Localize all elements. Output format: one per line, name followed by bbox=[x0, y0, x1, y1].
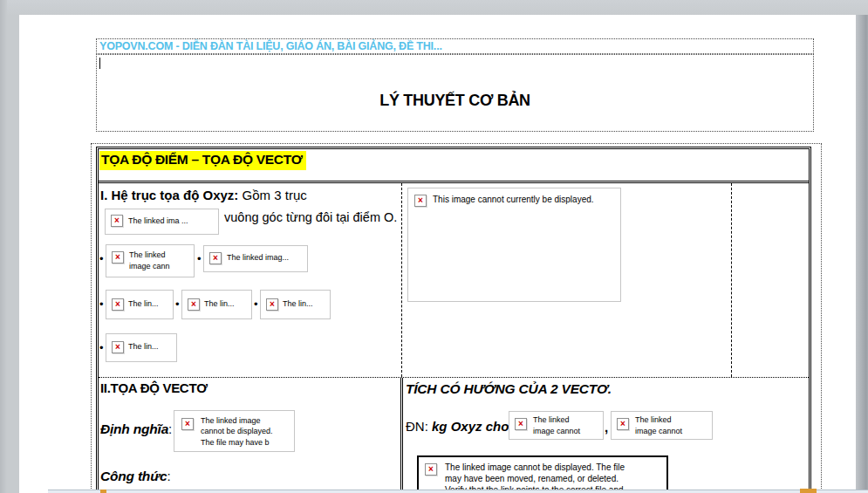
broken-image-icon: × bbox=[266, 298, 278, 311]
broken-image-placeholder[interactable]: × The linked imag... bbox=[203, 245, 308, 272]
placeholder-text: The lin... bbox=[204, 299, 235, 310]
horizontal-scrollbar[interactable] bbox=[48, 490, 868, 493]
broken-image-placeholder[interactable]: × The lin... bbox=[181, 290, 252, 319]
site-header-frame: YOPOVN.COM - DIỄN ĐÀN TÀI LIỆU, GIÁO ÁN,… bbox=[96, 38, 814, 54]
broken-image-icon: × bbox=[112, 298, 124, 311]
bullet: • bbox=[197, 255, 202, 264]
dn-line: ĐN: kg Oxyz cho bbox=[406, 419, 509, 434]
dn-bold: kg Oxyz cho bbox=[432, 419, 509, 434]
broken-image-placeholder[interactable]: × The linked image cann bbox=[106, 244, 195, 277]
bullet: • bbox=[99, 255, 104, 264]
bullet: • bbox=[99, 344, 104, 353]
scrollbar-thumb[interactable] bbox=[800, 489, 817, 493]
placeholder-text: cannot be displayed. bbox=[201, 427, 273, 437]
placeholder-text: The linked bbox=[635, 415, 672, 426]
broken-image-placeholder[interactable]: × The linked image cannot bbox=[509, 411, 604, 440]
broken-image-icon: × bbox=[515, 418, 527, 430]
section1-heading-bold: I. Hệ trục tọa độ Oxyz: bbox=[100, 188, 238, 202]
window-left-edge bbox=[0, 0, 7, 493]
section1-heading-normal: Gồm 3 trục bbox=[243, 188, 307, 202]
page-right-margin bbox=[856, 15, 868, 493]
placeholder-text: The linked imag... bbox=[227, 253, 289, 264]
broken-image-placeholder[interactable]: × The linked image cannot be displayed. … bbox=[174, 410, 295, 452]
column-divider bbox=[401, 183, 402, 377]
broken-image-icon: × bbox=[188, 298, 200, 311]
broken-image-placeholder[interactable]: × The lin... bbox=[106, 333, 177, 362]
bullet: • bbox=[254, 300, 258, 309]
placeholder-text: The linked bbox=[533, 415, 570, 426]
column-divider bbox=[400, 378, 403, 493]
placeholder-text: The linked image bbox=[201, 416, 261, 427]
placeholder-text: This image cannot currently be displayed… bbox=[433, 195, 594, 206]
broken-image-icon: × bbox=[112, 341, 124, 353]
placeholder-text: The linked bbox=[129, 250, 166, 261]
section3-heading: TÍCH CÓ HƯỚNG CỦA 2 VECTƠ. bbox=[406, 381, 612, 397]
placeholder-text: The lin... bbox=[128, 299, 159, 310]
placeholder-text: The linked image cannot be displayed. Th… bbox=[445, 462, 625, 474]
broken-image-placeholder-bordered[interactable]: × The linked image cannot be displayed. … bbox=[417, 455, 668, 493]
placeholder-text: The linked ima ... bbox=[128, 216, 188, 227]
bullet: • bbox=[175, 300, 180, 309]
text-cursor bbox=[99, 58, 100, 69]
broken-image-icon: × bbox=[181, 418, 194, 430]
broken-image-icon: × bbox=[111, 215, 123, 227]
site-header-text: YOPOVN.COM - DIỄN ĐÀN TÀI LIỆU, GIÁO ÁN,… bbox=[99, 40, 442, 52]
section2-heading: II.TỌA ĐỘ VECTƠ bbox=[100, 380, 208, 395]
dinh-nghia-label: Định nghĩa: bbox=[100, 421, 172, 437]
cong-thuc-label: Công thức: bbox=[100, 469, 171, 484]
placeholder-text: image cannot bbox=[635, 427, 682, 437]
title-frame[interactable]: LÝ THUYẾT CƠ BẢN bbox=[96, 54, 814, 132]
bullet: • bbox=[99, 300, 104, 309]
broken-image-placeholder[interactable]: × The linked ima ... bbox=[105, 209, 219, 235]
placeholder-text: The lin... bbox=[128, 342, 159, 353]
broken-image-placeholder[interactable]: × The lin... bbox=[260, 290, 331, 319]
column-divider-2 bbox=[731, 183, 732, 377]
placeholder-text: The file may have b bbox=[201, 438, 270, 448]
scrollbar-marker[interactable] bbox=[100, 490, 106, 493]
broken-image-placeholder[interactable]: × The linked image cannot bbox=[611, 411, 713, 440]
broken-image-placeholder-large[interactable]: × This image cannot currently be display… bbox=[407, 188, 621, 302]
table-row-section2: II.TỌA ĐỘ VECTƠ Định nghĩa: × The linked… bbox=[99, 378, 809, 493]
application-canvas: YOPOVN.COM - DIỄN ĐÀN TÀI LIỆU, GIÁO ÁN,… bbox=[0, 0, 868, 493]
broken-image-placeholder[interactable]: × The lin... bbox=[106, 290, 174, 319]
section1-line2: vuông góc từng đôi tại điểm O. bbox=[224, 210, 397, 224]
placeholder-text: The lin... bbox=[283, 299, 313, 310]
dn-label: ĐN: bbox=[406, 419, 432, 434]
placeholder-text: image cann bbox=[129, 262, 170, 272]
section1-heading: I. Hệ trục tọa độ Oxyz: Gồm 3 trục bbox=[100, 188, 307, 202]
content-table: TỌA ĐỘ ĐIỂM – TỌA ĐỘ VECTƠ I. Hệ trục tọ… bbox=[96, 147, 811, 493]
broken-image-icon: × bbox=[209, 252, 222, 264]
broken-image-icon: × bbox=[414, 195, 427, 207]
table-header-title: TỌA ĐỘ ĐIỂM – TỌA ĐỘ VECTƠ bbox=[99, 151, 306, 170]
placeholder-text: may have been moved, renamed, or deleted… bbox=[445, 474, 619, 485]
placeholder-text: image cannot bbox=[533, 427, 580, 437]
document-title: LÝ THUYẾT CƠ BẢN bbox=[97, 92, 813, 110]
table-row-section1: I. Hệ trục tọa độ Oxyz: Gồm 3 trục × The… bbox=[99, 183, 809, 378]
broken-image-icon: × bbox=[112, 251, 124, 264]
comma-separator: , bbox=[605, 420, 608, 435]
broken-image-icon: × bbox=[617, 418, 629, 430]
table-header-row: TỌA ĐỘ ĐIỂM – TỌA ĐỘ VECTƠ bbox=[99, 149, 809, 183]
broken-image-icon: × bbox=[425, 463, 437, 476]
